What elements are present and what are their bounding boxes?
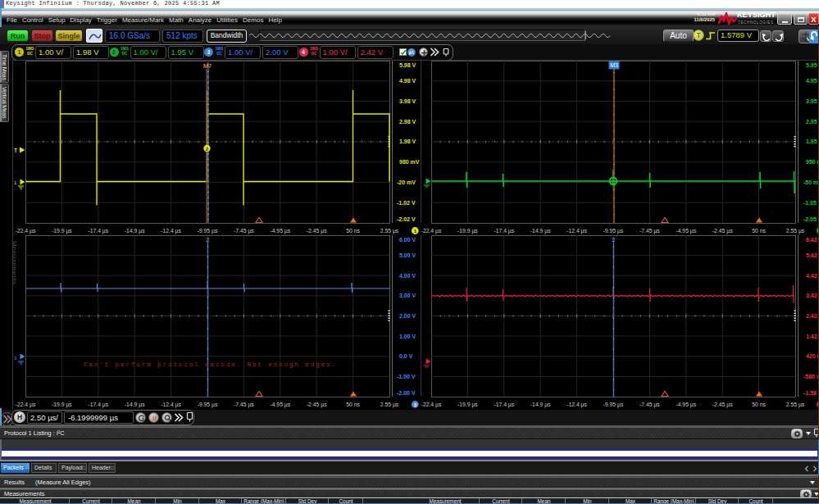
svg-text:-14.9 µs: -14.9 µs	[530, 402, 551, 408]
svg-text:-19.9 µs: -19.9 µs	[457, 402, 478, 408]
svg-text:-12.4 µs: -12.4 µs	[161, 402, 181, 408]
svg-text:-1.05 V: -1.05 V	[803, 200, 819, 206]
svg-text:-9.95 µs: -9.95 µs	[198, 228, 218, 234]
svg-text:-2.45 µs: -2.45 µs	[307, 402, 327, 408]
svg-text:5.98 V: 5.98 V	[399, 62, 416, 68]
svg-text:-22.4 µs: -22.4 µs	[16, 228, 36, 234]
svg-text:M3: M3	[610, 62, 618, 68]
svg-text:-7.45 µs: -7.45 µs	[639, 228, 660, 234]
svg-text:T: T	[14, 148, 17, 153]
svg-text:-4.95 µs: -4.95 µs	[270, 228, 290, 234]
svg-text:0.0 V: 0.0 V	[399, 353, 413, 359]
svg-text:-50 mV: -50 mV	[803, 179, 819, 185]
svg-text:-7.45 µs: -7.45 µs	[234, 228, 254, 234]
svg-text:-22.4 µs: -22.4 µs	[16, 402, 36, 408]
svg-text:-20 mV: -20 mV	[397, 179, 416, 185]
svg-text:-9.95 µs: -9.95 µs	[198, 402, 218, 408]
svg-text:-1.00 V: -1.00 V	[397, 374, 416, 379]
svg-text:-7.45 µs: -7.45 µs	[234, 402, 254, 408]
svg-text:2.55 µs: 2.55 µs	[380, 402, 399, 408]
svg-text:4.98 V: 4.98 V	[399, 78, 416, 84]
svg-text:3.00 V: 3.00 V	[399, 293, 416, 298]
svg-text:-7.45 µs: -7.45 µs	[639, 402, 660, 408]
svg-text:-17.4 µs: -17.4 µs	[88, 228, 108, 234]
svg-text:6.00 V: 6.00 V	[399, 237, 416, 243]
svg-text:-580 mV: -580 mV	[803, 374, 819, 379]
svg-text:5.00 V: 5.00 V	[399, 252, 416, 258]
svg-text:-2.45 µs: -2.45 µs	[712, 402, 733, 408]
svg-text:-14.9 µs: -14.9 µs	[125, 228, 145, 234]
svg-text:-19.9 µs: -19.9 µs	[52, 228, 72, 234]
svg-text:1: 1	[14, 180, 17, 185]
svg-text:-9.95 µs: -9.95 µs	[603, 228, 624, 234]
svg-text:-19.9 µs: -19.9 µs	[52, 402, 72, 408]
svg-text:M7: M7	[203, 62, 212, 70]
svg-text:50 ns: 50 ns	[346, 228, 360, 234]
svg-text:4.00 V: 4.00 V	[399, 273, 416, 279]
svg-text:50 ns: 50 ns	[752, 402, 766, 407]
svg-text:-1.02 V: -1.02 V	[397, 200, 416, 206]
svg-text:-9.95 µs: -9.95 µs	[603, 402, 624, 408]
svg-text:-17.4 µs: -17.4 µs	[494, 228, 514, 234]
svg-text:-22.4 µs: -22.4 µs	[421, 228, 442, 234]
svg-text:50 ns: 50 ns	[752, 228, 766, 234]
svg-text:3.98 V: 3.98 V	[399, 98, 416, 104]
svg-text:2: 2	[207, 237, 210, 243]
svg-text:Can't perform protocol decode.: Can't perform protocol decode. Not enoug…	[84, 361, 337, 368]
svg-text:1.00 V: 1.00 V	[399, 334, 416, 339]
svg-text:-14.9 µs: -14.9 µs	[125, 402, 145, 408]
svg-text:-17.4 µs: -17.4 µs	[494, 402, 514, 408]
svg-text:2.98 V: 2.98 V	[399, 119, 416, 125]
svg-text:2.55 µs: 2.55 µs	[786, 228, 805, 234]
svg-text:-1.58 V: -1.58 V	[803, 390, 819, 396]
svg-text:1.98 V: 1.98 V	[399, 138, 416, 144]
svg-text:50 ns: 50 ns	[346, 402, 360, 407]
svg-text:-2.05 V: -2.05 V	[803, 216, 819, 222]
svg-text:-2.02 V: -2.02 V	[397, 216, 416, 222]
svg-text:2.00 V: 2.00 V	[399, 313, 416, 319]
svg-text:-2.45 µs: -2.45 µs	[307, 228, 327, 234]
svg-text:-4.95 µs: -4.95 µs	[270, 402, 290, 408]
svg-text:3: 3	[14, 356, 17, 361]
svg-text:-4.95 µs: -4.95 µs	[676, 402, 696, 408]
svg-text:-19.9 µs: -19.9 µs	[457, 228, 478, 234]
svg-text:2: 2	[612, 237, 616, 243]
svg-text:-12.4 µs: -12.4 µs	[161, 228, 181, 234]
svg-text:2.55 µs: 2.55 µs	[380, 228, 399, 234]
svg-text:2.55 µs: 2.55 µs	[786, 402, 805, 408]
svg-text:980 mV: 980 mV	[399, 159, 420, 165]
svg-text:-2.45 µs: -2.45 µs	[712, 228, 733, 234]
svg-text:-14.9 µs: -14.9 µs	[530, 228, 551, 234]
svg-text:-2.00 V: -2.00 V	[397, 390, 416, 396]
svg-text:-17.4 µs: -17.4 µs	[88, 402, 108, 408]
svg-text:-12.4 µs: -12.4 µs	[566, 402, 587, 408]
svg-text:-12.4 µs: -12.4 µs	[566, 228, 587, 234]
svg-text:-22.4 µs: -22.4 µs	[421, 402, 442, 408]
svg-text:-4.95 µs: -4.95 µs	[676, 228, 696, 234]
